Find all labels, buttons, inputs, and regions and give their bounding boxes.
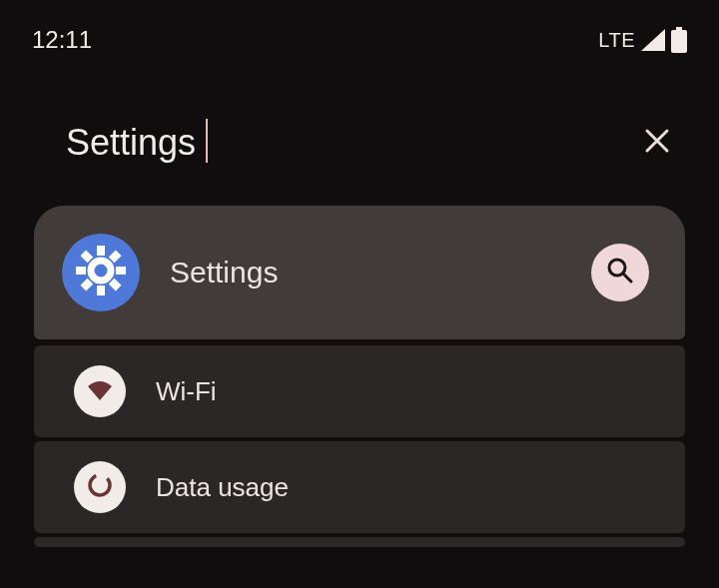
signal-icon: [641, 29, 665, 51]
search-input[interactable]: [66, 122, 637, 164]
clear-search-button[interactable]: [637, 123, 677, 163]
settings-app-icon: [62, 234, 140, 311]
svg-rect-8: [80, 279, 93, 292]
search-bar: [0, 122, 719, 164]
svg-rect-7: [97, 286, 105, 295]
data-usage-icon: [85, 470, 115, 504]
status-indicators: LTE: [598, 27, 687, 53]
svg-rect-0: [676, 27, 682, 30]
wifi-icon: [85, 374, 115, 408]
result-app-settings[interactable]: Settings: [34, 206, 685, 339]
network-label: LTE: [598, 29, 635, 52]
search-shortcut-button[interactable]: [591, 244, 649, 301]
svg-point-11: [97, 267, 105, 275]
svg-line-13: [623, 274, 631, 282]
svg-rect-6: [109, 279, 122, 292]
search-icon: [605, 256, 635, 290]
result-item-peek[interactable]: [34, 537, 685, 547]
svg-point-14: [86, 471, 114, 499]
status-bar: 12:11 LTE: [0, 0, 719, 60]
svg-rect-4: [109, 250, 122, 263]
battery-icon: [671, 27, 687, 53]
svg-rect-3: [97, 246, 105, 256]
result-item-label: Wi-Fi: [156, 376, 217, 407]
data-usage-icon-container: [74, 461, 126, 513]
search-input-wrap[interactable]: [66, 122, 637, 164]
status-time: 12:11: [32, 26, 92, 54]
svg-rect-10: [80, 250, 93, 263]
result-item-data-usage[interactable]: Data usage: [34, 441, 685, 533]
gear-icon: [74, 244, 128, 301]
svg-rect-9: [76, 267, 86, 275]
search-results: Settings Wi-Fi Data usage: [0, 206, 719, 547]
svg-rect-5: [116, 267, 126, 275]
result-app-label: Settings: [170, 256, 561, 290]
wifi-icon-container: [74, 365, 126, 417]
text-cursor: [206, 119, 208, 163]
result-item-label: Data usage: [156, 472, 289, 503]
svg-rect-1: [671, 30, 687, 53]
result-item-wifi[interactable]: Wi-Fi: [34, 345, 685, 437]
close-icon: [644, 128, 670, 158]
